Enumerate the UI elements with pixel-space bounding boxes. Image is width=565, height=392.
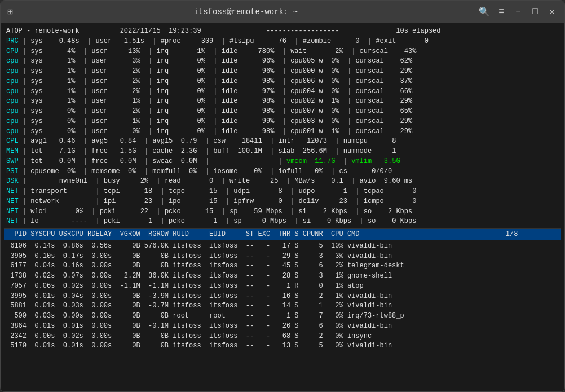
titlebar-controls[interactable]: 🔍 ≡ − □ ✕ [479,6,558,17]
terminal-window: ⊞ itsfoss@remote-work: ~ 🔍 ≡ − □ ✕ ATOP … [0,0,565,392]
titlebar-center: itsfoss@remote-work: ~ [13,7,479,16]
atop-output: ATOP - remote-work 2022/11/15 19:23:39 -… [4,25,561,228]
window-title: itsfoss@remote-work: ~ [13,7,479,16]
maximize-button[interactable]: □ [529,6,541,17]
terminal-content[interactable]: ATOP - remote-work 2022/11/15 19:23:39 -… [1,23,564,391]
titlebar-left: ⊞ [7,6,13,17]
minimize-button[interactable]: − [513,6,524,17]
search-icon[interactable]: 🔍 [479,6,490,17]
process-rows: 6106 0.14s 0.86s 0.56s 0B 576.0K itsfoss… [4,240,561,353]
terminal-icon: ⊞ [7,6,13,17]
titlebar: ⊞ itsfoss@remote-work: ~ 🔍 ≡ − □ ✕ [1,1,564,23]
close-button[interactable]: ✕ [546,6,558,17]
process-header: PID SYSCPU USRCPU RDELAY VGROW RGROW RUI… [4,229,561,240]
menu-icon[interactable]: ≡ [496,6,507,17]
